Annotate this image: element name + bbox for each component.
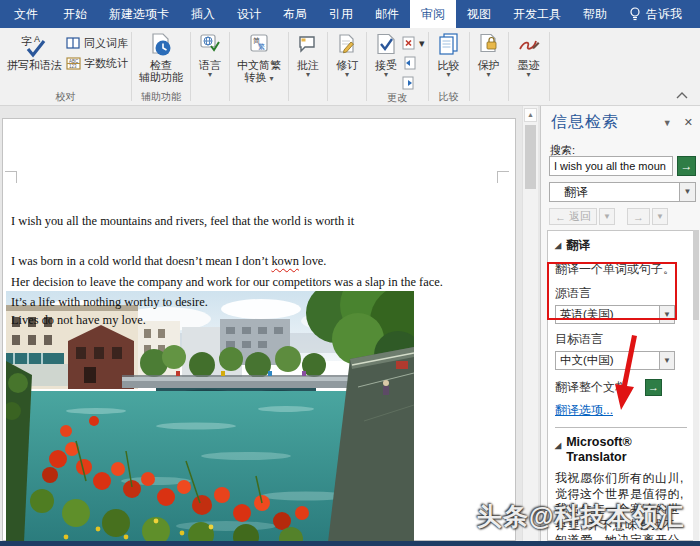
forward-button[interactable]: → [627,208,650,225]
previous-change-icon [402,56,416,70]
tab-review[interactable]: 审阅 [410,0,456,28]
tab-view[interactable]: 视图 [456,0,502,28]
start-search-button[interactable]: → [677,156,696,176]
group-proofing: 字A 拼写和语法 同义词库 ABC123 字数 [0,28,131,105]
accept-button[interactable]: 接受 ▾ [370,30,402,79]
document-scrollbar[interactable]: ▲ [522,106,538,541]
group-label-changes: 更改 [387,92,407,105]
translator-title: Microsoft®Translator [566,435,631,465]
reject-icon [402,36,416,50]
tab-design[interactable]: 设计 [226,0,272,28]
comment-bubble-icon [296,33,320,59]
group-compare: 比较 ▾ 比较 [429,28,469,105]
spelling-grammar-button[interactable]: 字A 拼写和语法 [3,30,66,71]
target-language-select[interactable]: 中文(中国) ▼ [555,351,675,370]
check-accessibility-button[interactable]: 检查 辅助功能 [135,30,187,83]
word-window: 文件 开始 新建选项卡 插入 设计 布局 引用 邮件 审阅 视图 开发工具 帮助… [0,0,700,546]
document-line-5[interactable]: Lives do not have my love. [11,313,146,328]
check-accessibility-icon [149,33,173,59]
tab-home[interactable]: 开始 [52,0,98,28]
document-line-3[interactable]: Her decision to leave the company and wo… [11,275,443,290]
workspace: I wish you all the mountains and rivers,… [0,106,700,541]
group-ink: 墨迹 ▾ [509,28,549,105]
language-button[interactable]: 语言 ▾ [194,30,226,79]
back-button[interactable]: ← 返回 [549,208,597,225]
tab-insert[interactable]: 插入 [180,0,226,28]
river-city-photo[interactable] [6,291,414,541]
collapse-ribbon-button[interactable] [676,92,688,99]
search-input[interactable] [549,156,673,176]
back-dropdown[interactable]: ▼ [599,208,615,225]
thesaurus-button[interactable]: 同义词库 [66,34,128,52]
pane-options-dropdown-icon[interactable]: ▼ [663,118,672,128]
translator-section-header[interactable]: ◢ Microsoft®Translator [555,435,687,465]
tab-new-custom-tab[interactable]: 新建选项卡 [98,0,180,28]
protect-button[interactable]: 保护 ▾ [473,30,505,79]
previous-change-button[interactable] [402,54,425,72]
ink-button[interactable]: 墨迹 ▾ [512,30,546,79]
target-language-value: 中文(中国) [556,353,659,368]
svg-text:字: 字 [21,35,32,47]
translate-document-label: 翻译整个文档。 [555,379,639,396]
chinese-conversion-label2: 转换 ▾ [244,71,273,83]
reject-button[interactable]: ▾ [402,34,425,52]
tab-layout[interactable]: 布局 [272,0,318,28]
back-label: 返回 [569,209,591,224]
share-button[interactable]: 共享 [693,0,700,28]
word-count-button[interactable]: ABC123 字数统计 [66,54,128,72]
pane-scrollbar[interactable] [693,230,699,541]
source-language-select[interactable]: 英语(美国) ▼ [555,305,675,324]
svg-text:繁: 繁 [258,43,265,50]
dropdown-arrow-icon: ▾ [384,71,388,79]
tab-tell-me[interactable]: 告诉我 [618,0,693,28]
translation-section-header[interactable]: ◢ 翻译 [555,237,687,254]
research-pane: 信息检索 ▼ ✕ 搜索: → 翻译 ▼ ← 返回 ▼ → [540,106,700,541]
group-protect: 保护 ▾ [470,28,508,105]
chevron-down-icon[interactable]: ▼ [679,183,695,201]
check-accessibility-label1: 检查 [150,59,172,71]
tab-file[interactable]: 文件 [0,0,52,28]
tell-me-label: 告诉我 [646,0,682,28]
scrollbar-up-arrow[interactable]: ▲ [524,108,537,122]
forward-dropdown[interactable]: ▼ [652,208,668,225]
dropdown-arrow-icon: ▾ [270,74,274,83]
translation-options-link[interactable]: 翻译选项... [555,402,687,419]
chevron-down-icon[interactable]: ▼ [659,306,674,323]
tab-help[interactable]: 帮助 [572,0,618,28]
svg-text:ABC: ABC [69,58,79,63]
scrollbar-thumb[interactable] [525,125,536,189]
source-language-label: 源语言 [555,285,687,302]
group-chinese-conversion: 简繁 中文简繁 转换 ▾ [230,28,288,105]
ribbon-tab-bar: 文件 开始 新建选项卡 插入 设计 布局 引用 邮件 审阅 视图 开发工具 帮助… [0,0,700,28]
lightbulb-icon [629,7,641,21]
margin-crop-mark [497,171,509,183]
document-line-1[interactable]: I wish you all the mountains and rivers,… [11,214,354,229]
spelling-grammar-label: 拼写和语法 [7,59,62,71]
translate-document-button[interactable]: → [645,379,662,396]
reference-category-combobox[interactable]: 翻译 ▼ [549,182,696,202]
tab-mailings[interactable]: 邮件 [364,0,410,28]
source-language-value: 英语(美国) [556,307,659,322]
category-value: 翻译 [550,184,679,201]
compare-button[interactable]: 比较 ▾ [432,30,466,79]
dropdown-arrow-icon: ▾ [527,71,531,79]
chevron-down-icon[interactable]: ▼ [659,352,674,369]
document-line-2[interactable]: I was born in a cold world that doesn’t … [11,254,326,269]
pane-close-icon[interactable]: ✕ [684,116,693,129]
collapse-triangle-icon: ◢ [555,435,561,465]
comments-button[interactable]: 批注 ▾ [292,30,324,79]
next-change-button[interactable] [402,74,425,92]
pane-title: 信息检索 [551,112,619,133]
group-language: 语言 ▾ [191,28,229,105]
track-changes-button[interactable]: 修订 ▾ [331,30,363,79]
chinese-conversion-button[interactable]: 简繁 中文简繁 转换 ▾ [233,30,285,83]
thesaurus-label: 同义词库 [84,36,128,51]
tab-developer[interactable]: 开发工具 [502,0,572,28]
document-line-4[interactable]: It’s a life with nothing worthy to desir… [11,295,208,310]
status-bar [0,541,700,546]
document-page[interactable]: I wish you all the mountains and rivers,… [2,118,516,541]
dropdown-arrow-icon: ▾ [487,71,491,79]
word-count-label: 字数统计 [84,56,128,71]
tab-references[interactable]: 引用 [318,0,364,28]
misspelled-word: kown [271,254,299,268]
